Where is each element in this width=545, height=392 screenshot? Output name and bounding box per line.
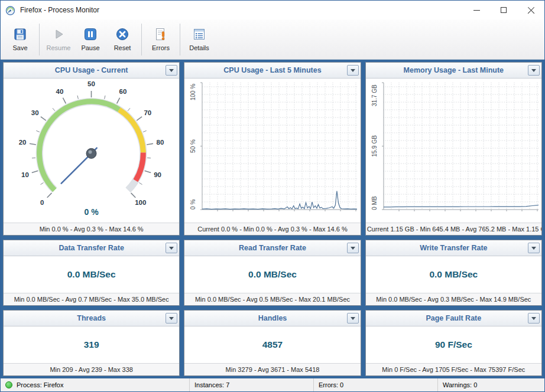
status-instances-label: Instances: 7	[194, 381, 229, 388]
panel-menu-button[interactable]	[166, 313, 177, 324]
panel-title: Handles	[258, 314, 287, 322]
panel-menu-button[interactable]	[347, 313, 359, 324]
panel-header: Handles	[184, 311, 360, 326]
svg-text:40: 40	[56, 88, 64, 95]
panel-cpu-usage-history: CPU Usage - Last 5 Minutes 0 %50 %100 % …	[184, 62, 361, 236]
svg-text:80: 80	[157, 139, 164, 146]
app-window: Firefox - Process Monitor Save	[0, 0, 545, 392]
cpu-history-chart: 0 %50 %100 %	[184, 79, 360, 223]
stats-text: Min 209 - Avg 239 - Max 338	[48, 366, 134, 373]
svg-text:30: 30	[31, 109, 39, 116]
panel-header: Read Transfer Rate	[184, 240, 360, 256]
svg-text:15.9 GB: 15.9 GB	[371, 135, 378, 157]
panel-footer: Min 0.0 MB/Sec - Avg 0.3 MB/Sec - Max 14…	[366, 293, 541, 305]
svg-text:100: 100	[135, 199, 146, 206]
chevron-down-icon	[531, 317, 536, 320]
details-icon	[192, 27, 206, 43]
window-title: Firefox - Process Monitor	[20, 6, 99, 14]
panel-menu-button[interactable]	[528, 243, 540, 253]
status-errors: Errors: 0	[314, 378, 438, 391]
status-errors-label: Errors: 0	[319, 381, 343, 388]
panel-header: CPU Usage - Current	[4, 63, 179, 79]
stats-text: Min 0.0 MB/Sec - Avg 0.3 MB/Sec - Max 14…	[375, 296, 532, 303]
pause-button-label: Pause	[81, 44, 99, 51]
chevron-down-icon	[169, 69, 174, 72]
toolbar: Save Resume Pause	[1, 19, 544, 60]
stats-text: Min 3279 - Avg 3671 - Max 5418	[225, 366, 321, 373]
metric-value: 0.0 MB/Sec	[184, 256, 360, 293]
pause-button[interactable]: Pause	[74, 22, 106, 57]
save-button[interactable]: Save	[4, 22, 36, 57]
panel-footer: Min 0.0 % - Avg 0.3 % - Max 14.6 %	[4, 223, 179, 235]
stats-text: Current 0.0 % - Min 0.0 % - Avg 0.3 % - …	[196, 226, 349, 233]
gauge-current-value: 0 %	[4, 207, 179, 217]
panel-cpu-usage-current: CPU Usage - Current 01020304050607080901…	[3, 62, 180, 236]
toolbar-separator	[141, 24, 142, 55]
details-button[interactable]: Details	[183, 22, 215, 57]
panel-memory-usage-history: Memory Usage - Last Minute 0 MB15.9 GB31…	[365, 62, 542, 236]
panel-footer: Min 0 F/Sec - Avg 1705 F/Sec - Max 75397…	[366, 363, 541, 375]
panel-header: Data Transfer Rate	[4, 240, 179, 256]
panel-page-fault-rate: Page Fault Rate 90 F/Sec Min 0 F/Sec - A…	[365, 310, 542, 376]
panel-menu-button[interactable]	[528, 313, 540, 324]
svg-text:100 %: 100 %	[190, 84, 196, 100]
panel-menu-button[interactable]	[166, 65, 177, 76]
cpu-gauge-chart: 0102030405060708090100 0 %	[4, 79, 179, 223]
toolbar-separator	[39, 24, 40, 55]
svg-text:60: 60	[119, 88, 127, 95]
panel-write-transfer-rate: Write Transfer Rate 0.0 MB/Sec Min 0.0 M…	[365, 240, 542, 306]
panel-title: Memory Usage - Last Minute	[404, 66, 504, 74]
svg-text:70: 70	[144, 109, 151, 116]
svg-text:0 MB: 0 MB	[371, 196, 378, 210]
svg-text:90: 90	[154, 171, 161, 178]
app-icon	[5, 5, 16, 15]
panel-threads: Threads 319 Min 209 - Avg 239 - Max 338	[3, 310, 180, 376]
panel-footer: Min 0.0 MB/Sec - Avg 0.5 MB/Sec - Max 20…	[184, 293, 360, 305]
panel-menu-button[interactable]	[528, 65, 540, 76]
panel-header: Write Transfer Rate	[366, 240, 541, 256]
panel-menu-button[interactable]	[347, 65, 359, 76]
panel-title: Page Fault Rate	[426, 314, 481, 322]
panel-footer: Current 0.0 % - Min 0.0 % - Avg 0.3 % - …	[184, 223, 360, 235]
status-warnings-label: Warnings: 0	[443, 381, 477, 388]
minimize-icon	[473, 10, 480, 11]
metric-value: 4857	[184, 326, 360, 363]
panel-handles: Handles 4857 Min 3279 - Avg 3671 - Max 5…	[184, 310, 361, 376]
statusbar: Process: Firefox Instances: 7 Errors: 0 …	[1, 378, 544, 391]
errors-icon	[154, 27, 168, 43]
svg-text:0: 0	[40, 199, 44, 206]
status-instances: Instances: 7	[190, 378, 314, 391]
maximize-button[interactable]	[490, 1, 517, 19]
pause-icon	[83, 27, 98, 43]
panel-data-transfer-rate: Data Transfer Rate 0.0 MB/Sec Min 0.0 MB…	[3, 240, 180, 306]
svg-text:0 %: 0 %	[190, 200, 196, 210]
errors-button[interactable]: Errors	[145, 22, 177, 57]
resume-button[interactable]: Resume	[43, 22, 74, 57]
stats-text: Min 0 F/Sec - Avg 1705 F/Sec - Max 75397…	[381, 366, 526, 373]
panel-header: Memory Usage - Last Minute	[366, 63, 541, 79]
status-warnings: Warnings: 0	[438, 378, 544, 391]
chevron-down-icon	[351, 247, 355, 250]
panel-header: Page Fault Rate	[366, 311, 541, 326]
metric-value: 90 F/Sec	[366, 326, 541, 363]
panel-menu-button[interactable]	[347, 243, 359, 253]
save-button-label: Save	[12, 44, 27, 51]
chevron-down-icon	[531, 69, 536, 72]
dashboard-grid: CPU Usage - Current 01020304050607080901…	[1, 60, 544, 378]
panel-title: CPU Usage - Last 5 Minutes	[223, 66, 321, 74]
resume-button-label: Resume	[47, 44, 71, 51]
panel-footer: Min 0.0 MB/Sec - Avg 0.7 MB/Sec - Max 35…	[4, 293, 179, 305]
svg-text:31.7 GB: 31.7 GB	[371, 84, 378, 106]
panel-menu-button[interactable]	[166, 243, 177, 253]
stats-text: Current 1.15 GB - Min 645.4 MB - Avg 765…	[366, 226, 541, 233]
close-icon	[527, 6, 535, 14]
maximize-icon	[501, 7, 507, 13]
stats-text: Min 0.0 MB/Sec - Avg 0.7 MB/Sec - Max 35…	[13, 296, 170, 303]
chevron-down-icon	[351, 69, 355, 72]
reset-button[interactable]: Reset	[106, 22, 138, 57]
minimize-button[interactable]	[463, 1, 490, 19]
status-process-label: Process: Firefox	[17, 381, 63, 388]
close-button[interactable]	[517, 1, 544, 19]
panel-title: Write Transfer Rate	[420, 244, 487, 252]
metric-value: 319	[4, 326, 179, 363]
